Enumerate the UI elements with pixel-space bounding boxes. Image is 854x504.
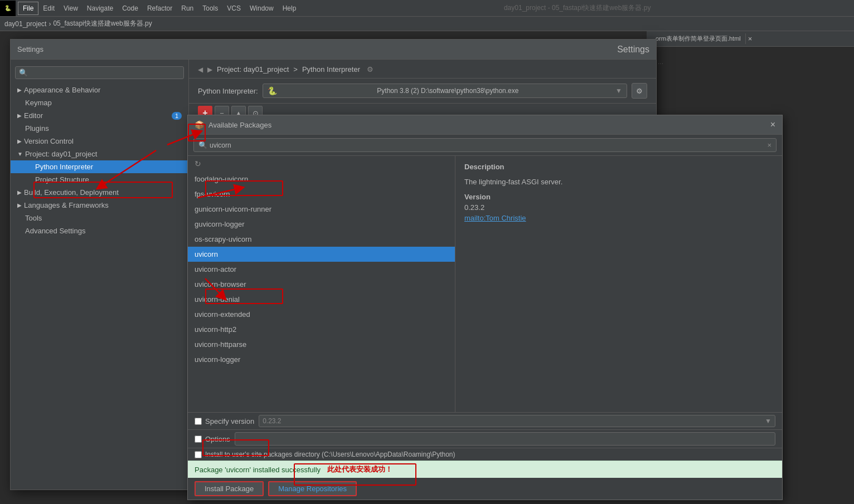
- menu-navigate[interactable]: Navigate: [83, 2, 118, 14]
- avail-title: 📦 Available Packages: [195, 120, 271, 129]
- install-path-label: Install to user's site packages director…: [205, 451, 455, 458]
- sidebar-item-label: Python Interpreter: [35, 163, 93, 171]
- arrow-icon: ▶: [17, 202, 22, 208]
- list-item[interactable]: fps-uvicorn: [188, 187, 455, 202]
- author-link[interactable]: mailto:Tom Christie: [464, 214, 773, 222]
- sidebar-item-label: Version Control: [24, 137, 74, 145]
- version-select-value: 0.23.2: [263, 417, 281, 425]
- content-breadcrumb-sep: >: [293, 65, 298, 74]
- install-package-button[interactable]: Install Package: [195, 481, 264, 496]
- list-item[interactable]: uvicorn-httparse: [188, 337, 455, 352]
- arrow-icon: ▼: [17, 151, 23, 157]
- options-label: Options: [205, 435, 230, 443]
- menu-file[interactable]: File: [18, 2, 38, 15]
- sidebar-item-label: Tools: [25, 214, 42, 222]
- sidebar-item-plugins[interactable]: Plugins: [11, 122, 188, 135]
- sidebar-item-languages[interactable]: ▶ Languages & Frameworks: [11, 199, 188, 212]
- plugin-badge: 1: [172, 112, 182, 120]
- description-panel: Description The lightning-fast ASGI serv…: [455, 156, 782, 412]
- sidebar-item-python-interpreter[interactable]: Python Interpreter: [11, 160, 188, 173]
- description-text: The lightning-fast ASGI server.: [464, 178, 773, 186]
- options-row: Options: [188, 429, 782, 448]
- sidebar-item-project[interactable]: ▼ Project: day01_project: [11, 148, 188, 160]
- code-placeholder: ...: [647, 47, 854, 77]
- manage-repositories-button[interactable]: Manage Repositories: [268, 481, 357, 496]
- menu-view[interactable]: View: [59, 2, 83, 14]
- list-item[interactable]: gunicorn-uvicorn-runner: [188, 202, 455, 217]
- tab-orm[interactable]: orm表单制作简单登录页面.html: [651, 33, 746, 44]
- sidebar-item-vcs[interactable]: ▶ Version Control: [11, 135, 188, 148]
- list-item[interactable]: os-scrapy-uvicorn: [188, 232, 455, 247]
- list-item[interactable]: foodalgo-uvicorn: [188, 172, 455, 187]
- settings-search-input[interactable]: [30, 69, 180, 77]
- dialog-title-bar: Settings Settings: [11, 40, 656, 60]
- nav-forward-button[interactable]: ▶: [207, 66, 212, 74]
- avail-body: ↻ foodalgo-uvicorn fps-uvicorn gunicorn-…: [188, 156, 782, 412]
- search-icon: 🔍: [19, 68, 28, 77]
- list-item[interactable]: guvicorn-logger: [188, 217, 455, 232]
- menu-tools[interactable]: Tools: [198, 2, 222, 14]
- settings-search-box[interactable]: 🔍: [15, 66, 184, 79]
- version-value: 0.23.2: [464, 203, 773, 212]
- list-item[interactable]: uvicorn-denial: [188, 292, 455, 307]
- options-checkbox[interactable]: [195, 436, 202, 443]
- menu-run[interactable]: Run: [177, 2, 198, 14]
- tab-close[interactable]: ×: [746, 35, 755, 43]
- sidebar-item-project-structure[interactable]: Project Structure: [11, 173, 188, 186]
- arrow-icon: ▶: [17, 189, 22, 195]
- avail-search-clear-button[interactable]: ×: [767, 141, 771, 149]
- packages-icon: 📦: [195, 120, 204, 129]
- sidebar-item-build[interactable]: ▶ Build, Execution, Deployment: [11, 186, 188, 199]
- sidebar-item-appearance[interactable]: ▶ Appearance & Behavior: [11, 84, 188, 96]
- list-item[interactable]: uvicorn-browser: [188, 277, 455, 292]
- success-bar: Package 'uvicorn' installed successfully…: [188, 461, 782, 478]
- menu-edit[interactable]: Edit: [38, 2, 59, 14]
- app-logo: 🐍: [0, 1, 16, 16]
- breadcrumb-file: 05_fastapi快速搭建web服务器.py: [53, 19, 152, 28]
- menu-refactor[interactable]: Refactor: [143, 2, 177, 14]
- available-packages-dialog: 📦 Available Packages × 🔍 × ↻ foodalgo-uv…: [187, 115, 783, 500]
- dialog-close-button[interactable]: Settings: [617, 45, 649, 55]
- sidebar-item-tools[interactable]: Tools: [11, 212, 188, 224]
- avail-search-bar: 🔍 ×: [188, 135, 782, 156]
- sidebar-item-label: Appearance & Behavior: [24, 86, 100, 94]
- specify-version-checkbox[interactable]: [195, 418, 202, 425]
- interpreter-dropdown[interactable]: 🐍 Python 3.8 (2) D:\software\python38\py…: [263, 84, 627, 98]
- content-breadcrumb-project: Project: day01_project: [217, 65, 289, 74]
- avail-close-button[interactable]: ×: [770, 120, 775, 130]
- refresh-icon[interactable]: ↻: [195, 159, 201, 168]
- menu-bar: 🐍 File Edit View Navigate Code Refactor …: [0, 0, 854, 17]
- settings-icon[interactable]: ⚙: [367, 65, 373, 74]
- sidebar-item-editor[interactable]: ▶ Editor 1: [11, 109, 188, 122]
- avail-search-icon: 🔍: [198, 141, 207, 149]
- success-note: 此处代表安装成功！: [327, 464, 392, 474]
- sidebar-item-keymap[interactable]: Keymap: [11, 96, 188, 109]
- sidebar-item-advanced[interactable]: Advanced Settings: [11, 224, 188, 237]
- list-item[interactable]: uvicorn-extended: [188, 307, 455, 322]
- menu-code[interactable]: Code: [118, 2, 143, 14]
- options-input[interactable]: [235, 432, 775, 446]
- menu-help[interactable]: Help: [278, 2, 301, 14]
- list-item-uvicorn[interactable]: uvicorn: [188, 247, 455, 262]
- interpreter-gear-button[interactable]: ⚙: [632, 83, 647, 99]
- install-path-checkbox[interactable]: [195, 451, 202, 458]
- options-checkbox-wrapper: Options: [195, 435, 230, 443]
- list-item[interactable]: uvicorn-actor: [188, 262, 455, 277]
- arrow-icon: ▶: [17, 112, 22, 119]
- sidebar-item-label: Project Structure: [35, 175, 89, 184]
- nav-back-button[interactable]: ◀: [198, 66, 203, 74]
- avail-header: 📦 Available Packages ×: [188, 115, 782, 135]
- list-item[interactable]: uvicorn-logger: [188, 352, 455, 367]
- menu-window[interactable]: Window: [245, 2, 278, 14]
- version-select[interactable]: 0.23.2 ▼: [259, 415, 775, 427]
- install-path-checkbox-wrapper: Install to user's site packages director…: [195, 451, 455, 458]
- menu-vcs[interactable]: VCS: [222, 2, 245, 14]
- refresh-row: ↻: [188, 156, 455, 172]
- content-header: ◀ ▶ Project: day01_project > Python Inte…: [189, 60, 656, 79]
- interpreter-row: Python Interpreter: 🐍 Python 3.8 (2) D:\…: [189, 79, 656, 104]
- list-item[interactable]: uvicorn-http2: [188, 322, 455, 337]
- avail-search-input[interactable]: [210, 141, 765, 149]
- avail-search-input-wrapper[interactable]: 🔍 ×: [193, 138, 777, 152]
- project-title: day01_project - 05_fastapi快速搭建web服务器.py: [300, 3, 854, 13]
- settings-sidebar: 🔍 ▶ Appearance & Behavior Keymap ▶ Edito…: [11, 60, 189, 490]
